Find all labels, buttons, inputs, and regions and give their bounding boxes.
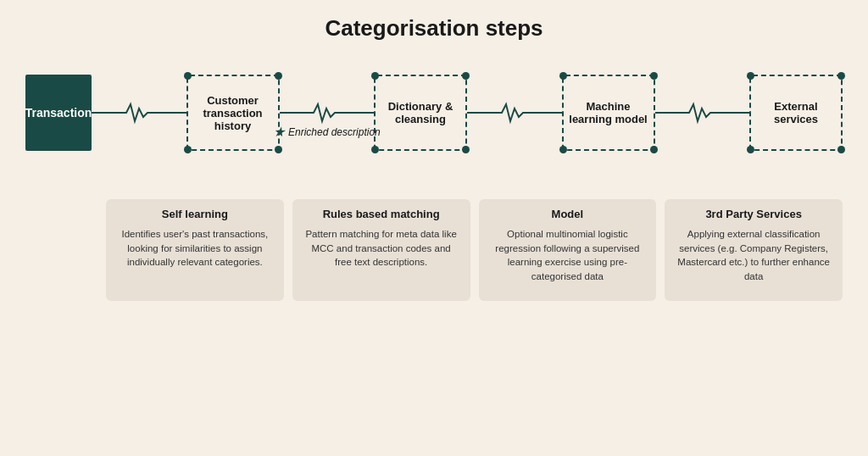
card-self-learning: Self learning Identifies user's past tra… [106, 199, 284, 301]
connector-3 [467, 96, 562, 130]
heartbeat-icon-4 [681, 100, 723, 125]
transaction-box: Transaction [25, 75, 92, 151]
page-title: Categorisation steps [25, 15, 843, 42]
step-box-dictionary: Dictionary & cleansing [374, 75, 467, 151]
step-box-machine: Machine learning model [562, 75, 655, 151]
heartbeat-icon-2 [305, 100, 348, 125]
step-box-customer: Customer transaction history [186, 75, 280, 151]
heartbeat-icon-1 [118, 100, 160, 125]
star-icon: ★ [273, 125, 285, 139]
page: Categorisation steps Transaction Custome… [0, 0, 868, 456]
connector-1 [92, 96, 186, 130]
card-rules-based: Rules based matching Pattern matching fo… [292, 199, 470, 301]
enriched-label: ★ Enriched description [273, 125, 381, 139]
card-model: Model Optional multinomial logistic regr… [479, 199, 657, 301]
heartbeat-icon-3 [493, 100, 536, 125]
connector-4 [655, 96, 750, 130]
card-third-party: 3rd Party Services Applying external cla… [665, 199, 843, 301]
flow-diagram: Transaction Customer transaction history [25, 53, 843, 172]
cards-row: Self learning Identifies user's past tra… [25, 199, 843, 301]
connector-2 [280, 96, 375, 130]
step-box-external: External services [749, 75, 843, 151]
